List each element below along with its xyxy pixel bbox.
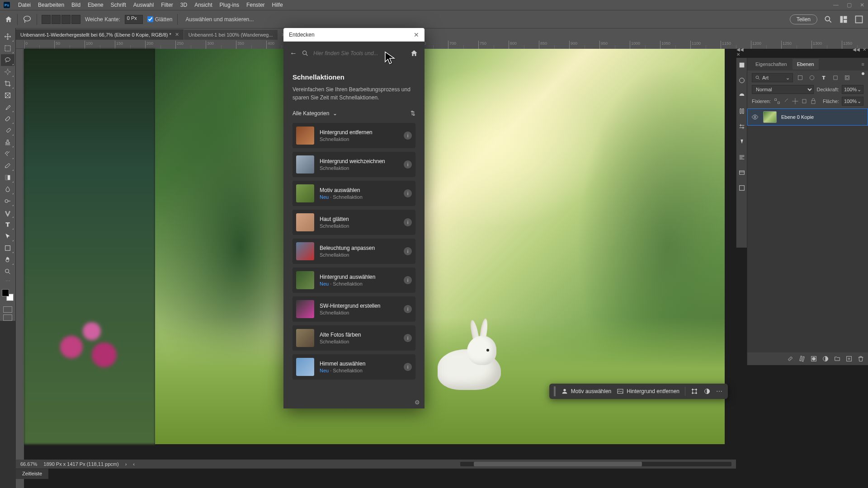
home-icon[interactable] [410, 49, 418, 57]
history-panel-icon[interactable] [738, 184, 745, 192]
menu-edit[interactable]: Bearbeiten [34, 2, 68, 8]
layer-filter-kind[interactable]: Art⌄ [752, 73, 793, 82]
collapse-panel-icon[interactable]: ◀◀ [853, 47, 860, 52]
menu-plugins[interactable]: Plug-ins [216, 2, 243, 8]
layer-style-icon[interactable] [798, 355, 806, 362]
group-icon[interactable] [834, 355, 841, 362]
blend-mode-select[interactable]: Normal [752, 85, 814, 94]
quick-action-item[interactable]: Beleuchtung anpassen Schnellaktion i [292, 239, 415, 264]
discover-search-input[interactable] [313, 50, 406, 56]
quick-select-tool[interactable] [1, 66, 14, 78]
adjustment-layer-icon[interactable] [822, 355, 829, 362]
status-arrow-icon[interactable]: ‹ [133, 461, 135, 467]
paragraph-panel-icon[interactable] [738, 154, 745, 161]
selection-new[interactable] [42, 15, 51, 24]
info-icon[interactable]: i [404, 334, 412, 342]
layer-row[interactable]: Ebene 0 Kopie [747, 108, 868, 126]
visibility-icon[interactable] [751, 113, 759, 121]
selection-intersect[interactable] [71, 15, 80, 24]
gear-icon[interactable]: ⚙ [415, 399, 420, 406]
menu-help[interactable]: Hilfe [269, 2, 287, 8]
properties-tab[interactable]: Eigenschaften [751, 59, 792, 70]
quick-action-item[interactable]: Hintergrund weichzeichnen Schnellaktion … [292, 152, 415, 177]
delete-layer-icon[interactable] [857, 355, 864, 362]
filter-type-icon[interactable] [819, 73, 828, 82]
brush-tool[interactable] [1, 125, 14, 136]
screenmode-icon[interactable] [3, 314, 12, 321]
info-icon[interactable]: i [404, 247, 412, 255]
crop-tool[interactable] [1, 78, 14, 89]
shape-tool[interactable] [1, 242, 14, 254]
home-icon[interactable] [5, 15, 13, 23]
timeline-tab[interactable]: Zeitleiste [16, 469, 48, 479]
expand-panels-icon[interactable]: ◀◀ ✕ [736, 47, 745, 57]
move-tool[interactable] [1, 31, 14, 42]
close-panel-icon[interactable]: ✕ [863, 47, 866, 52]
lock-position-icon[interactable] [792, 98, 799, 105]
panel-menu-icon[interactable]: ≡ [862, 61, 864, 67]
minimize-icon[interactable]: ― [833, 2, 839, 8]
filter-smartobject-icon[interactable] [843, 73, 852, 82]
eraser-tool[interactable] [1, 160, 14, 172]
opacity-input[interactable]: 100%⌄ [842, 85, 863, 94]
quickmask-icon[interactable] [3, 306, 12, 313]
libraries-panel-icon[interactable] [738, 169, 745, 176]
tab-close-icon[interactable]: ✕ [175, 32, 179, 38]
adjustment-icon[interactable] [703, 388, 711, 395]
type-tool[interactable] [1, 219, 14, 230]
menu-filter[interactable]: Filter [157, 2, 177, 8]
filter-toggle-icon[interactable] [854, 73, 863, 82]
foreground-color[interactable] [2, 289, 9, 296]
gradients-panel-icon[interactable] [738, 92, 745, 99]
document-tab-2[interactable]: Unbenannt-1 bei 100% (Wanderweg... [184, 30, 278, 40]
lasso-tool[interactable] [1, 54, 14, 66]
search-icon[interactable] [824, 15, 833, 24]
selection-add[interactable] [52, 15, 61, 24]
quick-action-item[interactable]: Alte Fotos färben Schnellaktion i [292, 325, 415, 351]
lock-all-icon[interactable] [810, 98, 817, 105]
document-tab-1[interactable]: Unbenannt-1-Wiederhergestellt bei 66,7% … [16, 29, 184, 40]
quick-action-item[interactable]: Haut glätten Schnellaktion i [292, 210, 415, 235]
taskbar-drag-handle[interactable] [554, 386, 556, 396]
select-subject-button[interactable]: Motiv auswählen [561, 388, 611, 395]
info-icon[interactable]: i [404, 363, 412, 371]
menu-window[interactable]: Fenster [243, 2, 269, 8]
filter-adjustment-icon[interactable] [807, 73, 816, 82]
quick-action-item[interactable]: SW-Hintergrund erstellen Schnellaktion i [292, 296, 415, 322]
stamp-tool[interactable] [1, 136, 14, 148]
info-icon[interactable]: i [404, 189, 412, 197]
status-chevron-icon[interactable]: › [125, 461, 127, 467]
layer-name[interactable]: Ebene 0 Kopie [781, 114, 814, 120]
info-icon[interactable]: i [404, 276, 412, 284]
layer-thumbnail[interactable] [763, 111, 777, 123]
path-select-tool[interactable] [1, 230, 14, 242]
close-icon[interactable]: ✕ [860, 2, 864, 8]
filter-shape-icon[interactable] [831, 73, 840, 82]
share-button[interactable]: Teilen [790, 14, 817, 24]
menu-select[interactable]: Auswahl [130, 2, 157, 8]
menu-image[interactable]: Bild [68, 2, 84, 8]
info-icon[interactable]: i [404, 218, 412, 226]
close-icon[interactable]: ✕ [414, 31, 419, 38]
fill-input[interactable]: 100%⌄ [842, 97, 863, 106]
layers-tab[interactable]: Ebenen [793, 59, 819, 70]
quick-action-item[interactable]: Motiv auswählen Neu · Schnellaktion i [292, 181, 415, 206]
horizontal-scrollbar[interactable] [460, 462, 731, 466]
transform-icon[interactable] [691, 388, 698, 395]
new-layer-icon[interactable] [845, 355, 853, 362]
filter-pixel-icon[interactable] [796, 73, 805, 82]
arrange-icon[interactable] [854, 15, 863, 24]
lock-artboard-icon[interactable] [801, 98, 808, 105]
back-icon[interactable]: ← [290, 49, 297, 57]
remove-background-button[interactable]: Hintergrund entfernen [617, 388, 679, 395]
quick-action-item[interactable]: Hintergrund entfernen Schnellaktion i [292, 123, 415, 148]
workspace-icon[interactable] [839, 15, 848, 24]
patterns-panel-icon[interactable] [738, 108, 745, 115]
marquee-tool[interactable] [1, 42, 14, 54]
layer-mask-icon[interactable] [810, 355, 817, 362]
zoom-tool[interactable] [1, 266, 14, 277]
color-swatches[interactable] [2, 289, 14, 301]
link-layers-icon[interactable] [787, 355, 794, 362]
dodge-tool[interactable] [1, 195, 14, 207]
hand-tool[interactable] [1, 254, 14, 266]
